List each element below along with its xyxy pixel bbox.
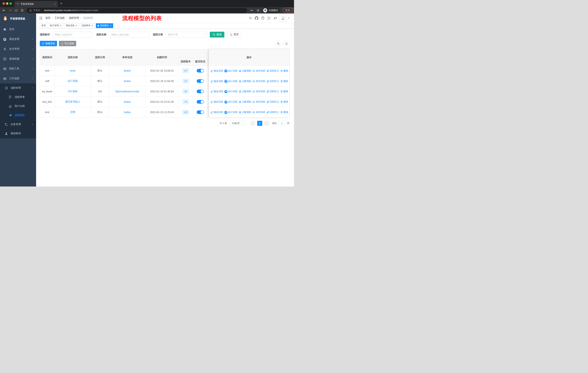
tab-close-icon[interactable] — [54, 3, 56, 5]
action-link[interactable]: 分配规则 — [239, 100, 251, 103]
reset-button[interactable]: 重置 — [227, 32, 242, 38]
model-name-link[interactable]: eeee — [70, 69, 75, 72]
sidebar-item-1[interactable]: 系统管理 — [0, 34, 36, 44]
filter-key-input[interactable] — [52, 32, 92, 38]
filter-category-select[interactable]: 流程分类 — [165, 32, 207, 38]
action-link[interactable]: 分配规则 — [239, 111, 251, 114]
forward-icon[interactable] — [8, 9, 12, 12]
model-name-link[interactable]: 自己审批 — [68, 80, 78, 82]
browser-menu-icon[interactable] — [292, 9, 293, 12]
form-info-link[interactable]: biubiu — [124, 69, 131, 72]
action-link[interactable]: 发布流程 — [253, 90, 265, 93]
action-link[interactable]: 设计流程 — [224, 69, 238, 72]
status-toggle[interactable] — [197, 110, 204, 114]
zoom-window-button[interactable] — [10, 2, 12, 5]
action-link[interactable]: 修改流程 — [210, 100, 223, 103]
action-link[interactable]: 设计流程 — [224, 90, 238, 93]
breadcrumb-item[interactable]: 首页 — [45, 16, 51, 20]
action-link[interactable]: 发布流程 — [253, 69, 265, 72]
current-page-button[interactable]: 1 — [257, 121, 262, 126]
sidebar-subitem-1[interactable]: 流程表单 — [0, 92, 36, 102]
action-link[interactable]: 发布流程 — [253, 100, 265, 103]
action-link[interactable]: 修改流程 — [210, 80, 223, 83]
model-name-link[interactable]: OA 请假 — [68, 90, 77, 93]
action-link[interactable]: 分配规则 — [239, 80, 251, 83]
close-icon[interactable] — [91, 25, 93, 27]
password-key-icon[interactable] — [251, 9, 253, 12]
close-icon[interactable] — [60, 25, 62, 27]
tag-view-2[interactable]: 我的流程 — [64, 23, 79, 28]
form-info-link[interactable]: /bpm/oa/leave/create — [115, 90, 139, 93]
action-link[interactable]: 设计流程 — [224, 111, 238, 114]
action-link[interactable]: 流程定义 — [266, 100, 279, 103]
action-link[interactable]: 删除 — [280, 80, 288, 83]
action-link[interactable]: 删除 — [280, 69, 288, 72]
sidebar-subitem-0[interactable]: 流程管理 — [0, 83, 36, 92]
address-bar[interactable]: 不安全 dashboard.yudao.iocoder.cn/bpm/manag… — [27, 8, 247, 13]
tag-view-0[interactable]: 首页 — [40, 23, 47, 28]
goto-page-input[interactable] — [278, 121, 286, 126]
action-link[interactable]: 设计流程 — [224, 100, 238, 103]
refresh-table-button[interactable] — [283, 40, 289, 47]
status-toggle[interactable] — [197, 90, 204, 93]
bookmark-star-icon[interactable] — [257, 9, 260, 12]
action-link[interactable]: 流程定义 — [266, 111, 279, 114]
tag-view-1[interactable]: 租户管理 — [48, 23, 63, 28]
toggle-search-button[interactable] — [275, 40, 281, 47]
status-toggle[interactable] — [197, 69, 204, 72]
sidebar-item-2[interactable]: 支付管理 — [0, 44, 36, 54]
browser-tab[interactable]: 芋道管理系统 — [14, 1, 58, 7]
action-link[interactable]: 流程定义 — [266, 80, 279, 83]
breadcrumb-item[interactable]: 工作流程 — [54, 16, 65, 20]
action-link[interactable]: 流程定义 — [266, 69, 279, 72]
status-toggle[interactable] — [197, 79, 204, 83]
sidebar-item-0[interactable]: 首页 — [0, 24, 36, 34]
avatar-caret-down-icon[interactable] — [288, 17, 290, 19]
tag-view-4[interactable]: 流程模型 — [96, 23, 113, 28]
sidebar-subitem-5[interactable]: 请假查询 — [0, 129, 36, 138]
filter-name-input[interactable] — [109, 32, 149, 38]
action-link[interactable]: 删除 — [280, 90, 288, 93]
sidebar-item-4[interactable]: 研发工具 — [0, 64, 36, 74]
status-toggle[interactable] — [197, 100, 204, 104]
minimize-window-button[interactable] — [6, 2, 8, 5]
user-avatar[interactable] — [279, 15, 286, 21]
question-icon[interactable] — [261, 16, 264, 20]
action-link[interactable]: 修改流程 — [210, 111, 223, 114]
sidebar-subitem-3[interactable]: 流程模型 — [0, 111, 36, 120]
form-info-link[interactable]: biubiu — [124, 80, 131, 82]
page-size-select[interactable]: 10条/页 — [230, 121, 245, 126]
import-model-button[interactable]: 导入流程 — [59, 41, 76, 46]
next-page-button[interactable]: › — [264, 121, 269, 126]
action-link[interactable]: 设计流程 — [224, 80, 238, 83]
fontsize-icon[interactable] — [273, 17, 277, 20]
breadcrumb-item[interactable]: 流程管理 — [69, 16, 79, 20]
hamburger-icon[interactable] — [39, 16, 42, 20]
reload-icon[interactable] — [15, 9, 18, 12]
prev-page-button[interactable]: ‹ — [250, 121, 255, 126]
model-name-link[interactable]: 滔博 — [70, 111, 75, 113]
action-link[interactable]: 发布流程 — [253, 80, 265, 83]
action-link[interactable]: 分配规则 — [239, 90, 251, 93]
action-link[interactable]: 修改流程 — [210, 90, 223, 93]
tag-view-3[interactable]: 流程表单 — [80, 23, 95, 28]
sidebar-subitem-4[interactable]: 任务管理 — [0, 120, 36, 129]
create-model-button[interactable]: 新建流程 — [40, 41, 57, 46]
search-button[interactable]: 搜索 — [210, 32, 224, 38]
sidebar-item-3[interactable]: 基础设施 — [0, 54, 36, 64]
back-icon[interactable] — [2, 9, 5, 12]
action-link[interactable]: 发布流程 — [253, 111, 265, 114]
form-info-link[interactable]: biubiu — [124, 111, 131, 114]
search-icon[interactable] — [249, 17, 252, 20]
form-info-link[interactable]: biubiu — [124, 100, 131, 103]
close-icon[interactable] — [75, 25, 77, 27]
update-button[interactable]: 更新 — [283, 8, 294, 13]
sidebar-subitem-2[interactable]: 用户分组 — [0, 102, 36, 111]
close-window-button[interactable] — [2, 2, 5, 5]
action-link[interactable]: 删除 — [280, 100, 288, 103]
action-link[interactable]: 修改流程 — [210, 69, 223, 72]
model-name-link[interactable]: 测试多审批人 — [65, 100, 80, 103]
action-link[interactable]: 删除 — [280, 111, 288, 114]
sidebar-item-5[interactable]: 工作流程 — [0, 74, 36, 83]
github-icon[interactable] — [255, 16, 258, 20]
